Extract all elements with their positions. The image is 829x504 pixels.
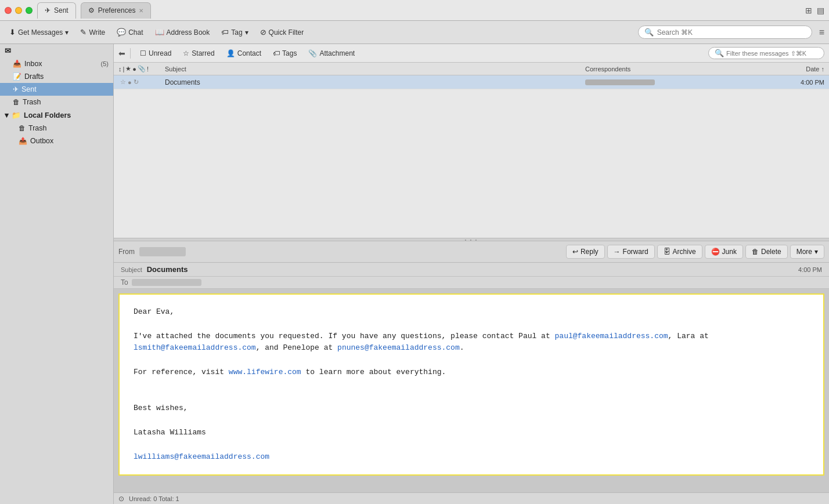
email-link-paul[interactable]: paul@fakeemailaddress.com [555,332,668,340]
message-filter-bar: ⬅ ☐ Unread ☆ Starred 👤 Contact 🏷 Tags 📎 … [114,44,829,63]
sidebar-item-trash[interactable]: 🗑 Trash [0,96,113,108]
get-messages-button[interactable]: ⬇ Get Messages ▾ [5,26,73,39]
contact-icon: 👤 [226,49,235,57]
filter-unread-button[interactable]: ☐ Unread [135,48,176,59]
junk-icon: ⛔ [711,248,720,256]
sidebar-inbox-label: Inbox [24,60,98,68]
sidebar-local-folders-header[interactable]: ▾ 📁 Local Folders [0,108,113,122]
filter-tags-button[interactable]: 🏷 Tags [268,48,301,59]
tag-dropdown-icon: ▾ [245,28,248,37]
email-body: Dear Eva, I've attached the documents yo… [118,293,824,476]
tab-preferences[interactable]: ⚙ Preferences ✕ [81,2,152,19]
expand-icon: ▾ [5,111,9,119]
sent-tab-icon: ✈ [45,6,51,14]
message-subject[interactable]: Documents [163,78,583,86]
window-controls [5,7,33,14]
preferences-tab-close[interactable]: ✕ [139,8,143,14]
status-icon: ⊙ [118,495,124,503]
search-input[interactable] [657,28,806,37]
quick-filter-icon: ⊘ [260,28,266,37]
reply-icon: ↩ [572,248,578,256]
write-button[interactable]: ✎ Write [75,26,110,39]
sidebar-item-local-trash[interactable]: 🗑 Trash [0,122,113,135]
star-col-icon: ★ [125,65,131,72]
from-value-bar [139,247,186,256]
layout-icon[interactable]: ▤ [817,6,824,15]
forward-icon: → [614,248,621,256]
toolbar: ⬇ Get Messages ▾ ✎ Write 💬 Chat 📖 Addres… [0,21,829,44]
preferences-tab-icon: ⚙ [88,6,95,14]
address-book-button[interactable]: 📖 Address Book [150,26,215,39]
minimize-button[interactable] [15,7,22,14]
attachment-col-icon: 📎 [138,65,146,72]
filter-search-input[interactable] [726,50,818,57]
more-button[interactable]: More ▾ [790,245,824,259]
table-row[interactable]: ☆ ● ↻ Documents 4:00 PM [114,75,829,89]
correspondent-bar [585,79,655,85]
sidebar-trash-label: Trash [23,98,109,106]
star-flag[interactable]: ☆ [120,78,126,86]
sidebar-item-sent[interactable]: ✈ Sent [0,83,113,96]
close-button[interactable] [5,7,12,14]
chat-button[interactable]: 💬 Chat [112,26,147,39]
read-col-icon: ● [132,66,136,72]
sidebar-item-outbox[interactable]: 📤 Outbox [0,135,113,147]
email-preview: From ↩ Reply → Forward 🗄 Archive [114,241,829,492]
title-bar: ✈ Sent ⚙ Preferences ✕ ⊞ ▤ [0,0,829,21]
archive-button[interactable]: 🗄 Archive [657,245,702,259]
col-subject-header[interactable]: Subject [163,66,583,72]
email-date: 4:00 PM [798,266,822,273]
address-book-icon: 📖 [155,28,164,37]
email-link-lifewire[interactable]: www.lifewire.com [229,368,301,376]
sent-icon: ✈ [13,85,19,93]
divider-icon: | [123,66,125,72]
tags-icon: 🏷 [273,49,280,57]
back-icon[interactable]: ⬅ [118,49,125,58]
to-label: To [121,278,128,287]
filter-contact-button[interactable]: 👤 Contact [222,48,266,59]
quick-filter-button[interactable]: ⊘ Quick Filter [255,26,309,39]
preferences-tab-label: Preferences [98,6,136,14]
filter-starred-button[interactable]: ☆ Starred [178,48,219,59]
account-icon: ✉ [5,46,11,55]
reply-button[interactable]: ↩ Reply [566,245,605,259]
col-correspondents-header[interactable]: Correspondents [583,66,757,72]
get-messages-dropdown-icon: ▾ [65,28,69,37]
email-link-lara[interactable]: lsmith@fakeemailaddress.com [134,343,256,352]
title-bar-icons: ⊞ ▤ [805,6,824,15]
local-folders-label: Local Folders [24,111,71,119]
email-link-penelope[interactable]: pnunes@fakeemailaddress.com [337,343,460,352]
delete-button[interactable]: 🗑 Delete [745,245,788,259]
message-correspondents [583,79,757,85]
thread-icon: ↕ [118,66,122,72]
maximize-button[interactable] [26,7,33,14]
tab-sent[interactable]: ✈ Sent [37,2,76,19]
filter-search-box[interactable]: 🔍 [708,47,824,59]
search-box[interactable]: 🔍 [638,26,812,39]
sidebar-item-inbox[interactable]: 📥 Inbox (5) [0,57,113,70]
get-messages-icon: ⬇ [9,28,16,37]
col-flags-header[interactable]: ↕ | ★ ● 📎 ! [116,65,163,72]
sidebar-item-drafts[interactable]: 📝 Drafts [0,70,113,83]
tag-button[interactable]: 🏷 Tag ▾ [217,26,253,39]
junk-button[interactable]: ⛔ Junk [705,245,743,259]
status-text: Unread: 0 Total: 1 [129,495,179,502]
to-value-bar [132,279,201,286]
from-label: From [118,248,135,256]
read-flag: ● [128,79,132,86]
sidebar-inbox-count: (5) [101,60,109,67]
col-date-header[interactable]: Date ↑ [757,66,827,72]
search-icon: 🔍 [644,28,654,37]
sidebar-account-header[interactable]: ✉ [0,44,113,57]
tag-icon: 🏷 [221,28,229,37]
sidebar: ✉ 📥 Inbox (5) 📝 Drafts ✈ Sent 🗑 Trash ▾ … [0,44,114,504]
inbox-icon: 📥 [13,60,21,68]
filter-attachment-button[interactable]: 📎 Attachment [304,48,359,59]
email-sender-email[interactable]: lwilliams@fakeemailaddress.com [134,452,269,461]
email-paragraph-1: I've attached the documents you requeste… [134,331,809,355]
email-greeting: Dear Eva, [134,306,809,318]
calendar-icon[interactable]: ⊞ [805,6,812,15]
forward-button[interactable]: → Forward [607,245,655,259]
hamburger-menu-icon[interactable]: ≡ [819,27,824,38]
filter-search-icon: 🔍 [715,49,724,57]
